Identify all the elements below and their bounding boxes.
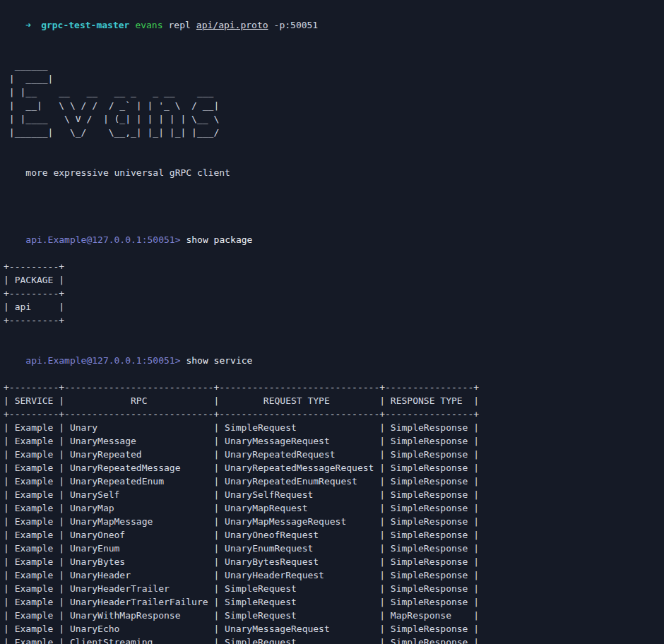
command-arg-repl: repl [169, 20, 191, 30]
repl-command-line-show-service: api.Example@127.0.0.1:50051>show service [4, 340, 664, 381]
terminal-window[interactable]: ➜grpc-test-master ➜grpc-test-masterevans… [4, 0, 664, 644]
prompt-arrow-icon: ➜ [25, 20, 31, 30]
command-evans: evans [135, 20, 162, 30]
repl-command-show-package: show package [186, 234, 252, 245]
evans-ascii-logo: ______ | ____| | |__ __ __ __ _ _ __ ___… [4, 59, 664, 139]
repl-command-line-show-package: api.Example@127.0.0.1:50051>show package [4, 220, 664, 260]
proto-path-arg: api/api.proto [196, 20, 268, 30]
service-table: +---------+---------------------------+-… [4, 381, 664, 644]
port-flag-arg: -p:50051 [274, 20, 319, 30]
repl-prompt: api.Example@127.0.0.1:50051> [25, 355, 180, 366]
repl-command-show-service: show service [186, 355, 252, 366]
repl-prompt: api.Example@127.0.0.1:50051> [25, 234, 180, 245]
cwd-label: grpc-test-master [41, 20, 129, 30]
package-table: +---------+ | PACKAGE | +---------+ | ap… [4, 260, 664, 327]
tagline: more expressive universal gRPC client [4, 153, 664, 193]
scrollback-sliver: ➜grpc-test-master [4, 0, 664, 5]
shell-command-line: ➜grpc-test-masterevansreplapi/api.proto-… [4, 5, 664, 45]
